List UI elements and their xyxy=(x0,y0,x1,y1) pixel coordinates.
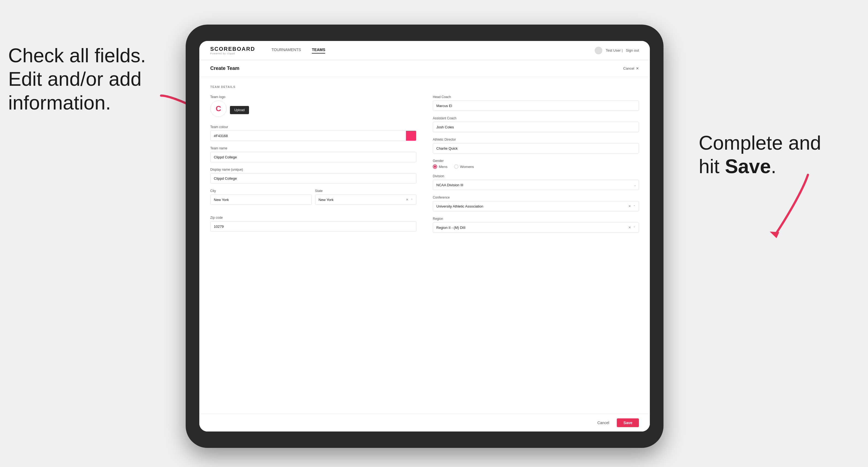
team-name-group: Team name xyxy=(210,146,416,162)
panel-title: Create Team xyxy=(210,66,240,71)
conference-label: Conference xyxy=(433,195,639,199)
team-logo-label: Team logo xyxy=(210,95,416,99)
zip-label: Zip code xyxy=(210,216,416,220)
upload-button[interactable]: Upload xyxy=(230,106,249,114)
state-group: State New York ✕ ⌃ xyxy=(315,189,417,205)
assistant-coach-label: Assistant Coach xyxy=(433,116,639,120)
state-select[interactable]: New York ✕ ⌃ xyxy=(315,194,417,205)
division-select[interactable]: NCAA Division III xyxy=(433,180,639,190)
assistant-coach-input[interactable] xyxy=(433,122,639,132)
head-coach-input[interactable] xyxy=(433,100,639,111)
brand-subtitle: Powered by clippd xyxy=(210,52,255,55)
conference-chevron-icon: ⌃ xyxy=(633,205,636,208)
nav-teams[interactable]: TEAMS xyxy=(312,48,325,54)
colour-swatch[interactable] xyxy=(406,130,416,141)
display-name-input[interactable] xyxy=(210,173,416,184)
navbar-right: Test User | Sign out xyxy=(595,47,639,54)
gender-womens-option[interactable]: Womens xyxy=(454,164,474,169)
head-coach-group: Head Coach xyxy=(433,95,639,111)
form-left: Team logo C Upload Team colour xyxy=(210,95,416,238)
region-clear-icon[interactable]: ✕ xyxy=(628,225,631,229)
gender-mens-option[interactable]: Mens xyxy=(433,164,447,169)
section-label: TEAM DETAILS xyxy=(210,85,639,89)
gender-group: Gender Mens Womens xyxy=(433,159,639,169)
gender-row: Mens Womens xyxy=(433,164,639,169)
assistant-coach-group: Assistant Coach xyxy=(433,116,639,132)
team-name-label: Team name xyxy=(210,146,416,150)
form-grid: Team logo C Upload Team colour xyxy=(210,95,639,238)
conference-select[interactable]: University Athletic Association ✕ ⌃ xyxy=(433,201,639,211)
conference-clear-icon[interactable]: ✕ xyxy=(628,204,631,208)
division-label: Division xyxy=(433,174,639,178)
nav-links: TOURNAMENTS TEAMS xyxy=(271,48,595,54)
cancel-top-button[interactable]: Cancel ✕ xyxy=(623,66,639,70)
state-clear-icon[interactable]: ✕ xyxy=(406,198,408,201)
team-name-input[interactable] xyxy=(210,152,416,162)
sign-out-link[interactable]: Sign out xyxy=(626,48,639,53)
save-button[interactable]: Save xyxy=(617,418,639,427)
cancel-button[interactable]: Cancel xyxy=(593,418,614,427)
team-colour-group: Team colour xyxy=(210,125,416,141)
logo-row: C Upload xyxy=(210,100,416,120)
panel-body: TEAM DETAILS Team logo C Upload xyxy=(199,77,650,414)
gender-label: Gender xyxy=(433,159,639,163)
conference-group: Conference University Athletic Associati… xyxy=(433,195,639,211)
state-label: State xyxy=(315,189,417,193)
athletic-director-input[interactable] xyxy=(433,143,639,154)
instruction-left: Check all fields. Edit and/or add inform… xyxy=(8,44,172,115)
division-group: Division NCAA Division III xyxy=(433,174,639,190)
gender-mens-label: Mens xyxy=(439,165,447,169)
state-value: New York xyxy=(319,198,404,202)
city-state-row: City State New York ✕ ⌃ xyxy=(210,189,416,205)
display-name-group: Display name (unique) xyxy=(210,168,416,184)
athletic-director-label: Athletic Director xyxy=(433,138,639,142)
team-colour-label: Team colour xyxy=(210,125,416,129)
panel-header: Create Team Cancel ✕ xyxy=(199,60,650,77)
tablet-screen: SCOREBOARD Powered by clippd TOURNAMENTS… xyxy=(199,41,650,432)
close-icon: ✕ xyxy=(636,66,639,70)
region-chevron-icon: ⌃ xyxy=(633,226,636,229)
user-avatar xyxy=(595,47,602,54)
athletic-director-group: Athletic Director xyxy=(433,138,639,154)
display-name-label: Display name (unique) xyxy=(210,168,416,172)
logo-preview: C xyxy=(210,100,227,117)
region-label: Region xyxy=(433,217,639,221)
create-team-panel: Create Team Cancel ✕ TEAM DETAILS Team l… xyxy=(199,60,650,432)
region-group: Region Region II - (M) DIII ✕ ⌃ xyxy=(433,217,639,233)
conference-value: University Athletic Association xyxy=(436,204,626,208)
brand: SCOREBOARD Powered by clippd xyxy=(210,46,255,55)
gender-mens-radio[interactable] xyxy=(433,164,437,169)
gender-womens-radio[interactable] xyxy=(454,164,459,169)
region-value: Region II - (M) DIII xyxy=(436,225,626,230)
colour-input-row xyxy=(210,130,416,141)
navbar: SCOREBOARD Powered by clippd TOURNAMENTS… xyxy=(199,41,650,60)
user-label: Test User | xyxy=(606,48,623,53)
logo-letter: C xyxy=(216,104,221,113)
zip-group: Zip code xyxy=(210,216,416,231)
svg-marker-1 xyxy=(770,231,779,238)
arrow-right-icon xyxy=(753,169,813,240)
tablet-frame: SCOREBOARD Powered by clippd TOURNAMENTS… xyxy=(186,25,663,448)
gender-womens-label: Womens xyxy=(460,165,474,169)
region-select[interactable]: Region II - (M) DIII ✕ ⌃ xyxy=(433,222,639,233)
head-coach-label: Head Coach xyxy=(433,95,639,99)
division-select-wrapper: NCAA Division III xyxy=(433,180,639,190)
team-logo-group: Team logo C Upload xyxy=(210,95,416,120)
city-group: City xyxy=(210,189,312,205)
brand-title: SCOREBOARD xyxy=(210,46,255,52)
nav-tournaments[interactable]: TOURNAMENTS xyxy=(271,48,301,54)
panel-footer: Cancel Save xyxy=(199,414,650,432)
form-right: Head Coach Assistant Coach Athletic Dire… xyxy=(433,95,639,238)
state-chevron-icon: ⌃ xyxy=(411,198,413,201)
city-input[interactable] xyxy=(210,194,312,205)
city-label: City xyxy=(210,189,312,193)
team-colour-input[interactable] xyxy=(210,130,406,141)
zip-input[interactable] xyxy=(210,221,416,231)
